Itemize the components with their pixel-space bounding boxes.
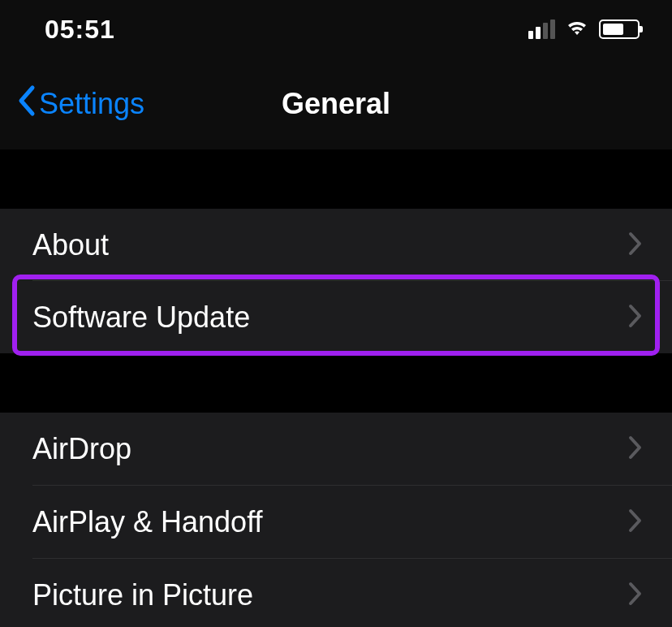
row-label: Picture in Picture: [32, 578, 253, 612]
row-label: About: [32, 228, 109, 262]
back-button[interactable]: Settings: [16, 84, 144, 124]
section-spacer: [0, 353, 672, 413]
chevron-right-icon: [628, 435, 643, 463]
airplay-handoff-row[interactable]: AirPlay & Handoff: [0, 486, 672, 559]
chevron-right-icon: [628, 304, 643, 331]
status-icons: [528, 18, 640, 41]
status-time: 05:51: [45, 15, 115, 45]
chevron-right-icon: [628, 231, 643, 259]
row-label: AirPlay & Handoff: [32, 505, 262, 539]
back-label: Settings: [39, 87, 144, 121]
navigation-bar: Settings General: [0, 58, 672, 149]
chevron-right-icon: [628, 582, 643, 609]
software-update-row[interactable]: Software Update: [0, 281, 672, 353]
picture-in-picture-row[interactable]: Picture in Picture: [0, 559, 672, 627]
about-row[interactable]: About: [0, 209, 672, 281]
airdrop-row[interactable]: AirDrop: [0, 413, 672, 486]
battery-icon: [599, 19, 640, 39]
wifi-icon: [565, 18, 589, 41]
row-label: Software Update: [32, 301, 250, 335]
chevron-right-icon: [628, 508, 643, 536]
page-title: General: [282, 87, 390, 121]
settings-group-2: AirDrop AirPlay & Handoff Picture in Pic…: [0, 413, 672, 627]
cellular-signal-icon: [528, 19, 555, 39]
row-label: AirDrop: [32, 432, 131, 466]
settings-group-1: About Software Update: [0, 209, 672, 353]
section-spacer: [0, 149, 672, 209]
status-bar: 05:51: [0, 0, 672, 58]
chevron-left-icon: [16, 84, 36, 124]
